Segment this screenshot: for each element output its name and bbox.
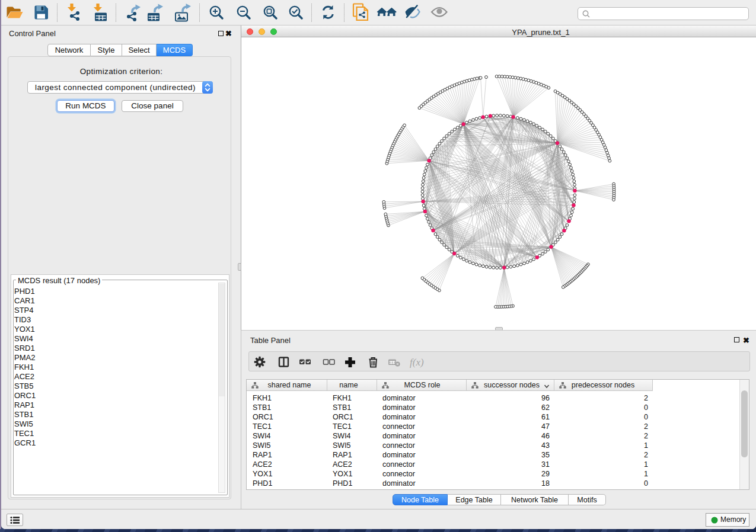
svg-text:f(x): f(x) [410, 357, 424, 368]
